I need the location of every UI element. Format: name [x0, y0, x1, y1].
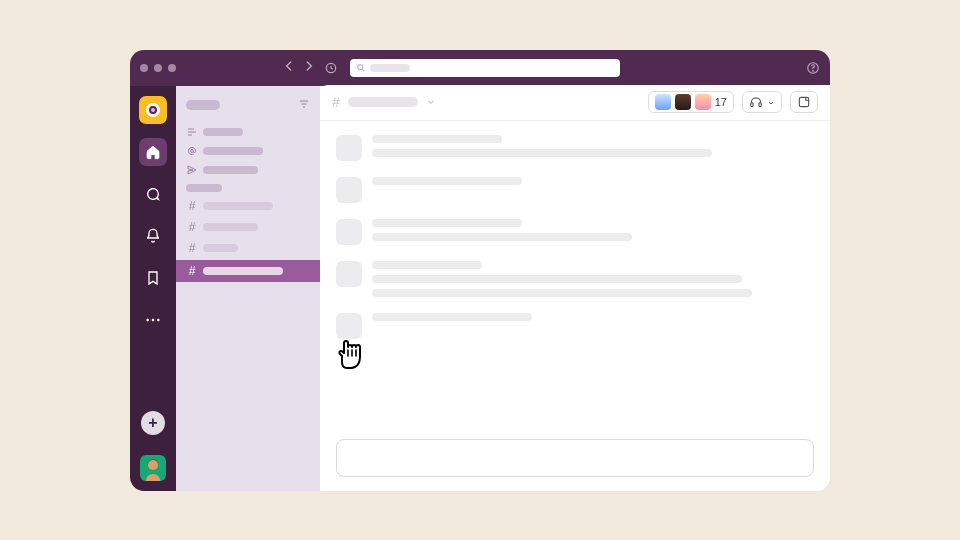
svg-point-1: [358, 64, 363, 69]
nav-mentions[interactable]: [176, 143, 320, 159]
message-text-line: [372, 313, 532, 321]
sidebar-channel-3[interactable]: #: [176, 260, 320, 282]
titlebar: [130, 50, 830, 86]
message: [336, 135, 814, 161]
history-icon[interactable]: [324, 61, 338, 75]
message-body: [372, 313, 814, 339]
bookmarks-tab[interactable]: [139, 264, 167, 292]
huddle-button[interactable]: [742, 91, 782, 113]
message-text-line: [372, 135, 502, 143]
nav-threads[interactable]: [176, 124, 320, 140]
message-text-line: [372, 275, 742, 283]
search-placeholder-ghost: [370, 64, 410, 72]
hash-icon: #: [186, 264, 198, 278]
sidebar-channel-2[interactable]: #: [176, 239, 320, 257]
message-list: [320, 121, 830, 439]
workspace-name[interactable]: [186, 100, 220, 110]
member-avatar: [655, 94, 671, 110]
hash-icon: #: [186, 199, 198, 213]
member-count: 17: [715, 96, 727, 108]
search-icon: [356, 63, 366, 73]
hash-icon: #: [332, 94, 340, 110]
message-composer[interactable]: [336, 439, 814, 477]
nav-rail: +: [130, 86, 176, 491]
message-avatar: [336, 177, 362, 203]
traffic-zoom[interactable]: [168, 64, 176, 72]
channel-sidebar: # # # #: [176, 86, 320, 491]
member-avatar: [675, 94, 691, 110]
nav-back-icon[interactable]: [282, 59, 296, 77]
svg-point-6: [157, 319, 159, 321]
message-text-line: [372, 219, 522, 227]
canvas-button[interactable]: [790, 91, 818, 113]
section-channels-label[interactable]: [186, 184, 222, 192]
svg-rect-12: [799, 97, 808, 106]
message-body: [372, 177, 814, 203]
member-avatar: [695, 94, 711, 110]
message-avatar: [336, 219, 362, 245]
message-text-line: [372, 177, 522, 185]
svg-rect-11: [759, 103, 761, 107]
app-window: +: [130, 50, 830, 491]
user-avatar[interactable]: [140, 455, 166, 481]
svg-point-4: [147, 319, 149, 321]
traffic-close[interactable]: [140, 64, 148, 72]
member-list-button[interactable]: 17: [648, 91, 734, 113]
compose-button[interactable]: +: [141, 411, 165, 435]
search-input[interactable]: [350, 59, 620, 77]
activity-tab[interactable]: [139, 222, 167, 250]
svg-point-8: [148, 460, 158, 470]
message-body: [372, 135, 814, 161]
message: [336, 219, 814, 245]
channel-title[interactable]: [348, 97, 418, 107]
message-avatar: [336, 313, 362, 339]
message-avatar: [336, 135, 362, 161]
message: [336, 261, 814, 297]
sidebar-channel-1[interactable]: #: [176, 218, 320, 236]
dms-tab[interactable]: [139, 180, 167, 208]
svg-point-3: [813, 70, 814, 71]
sidebar-channel-0[interactable]: #: [176, 197, 320, 215]
message-text-line: [372, 233, 632, 241]
nav-drafts[interactable]: [176, 162, 320, 178]
message-body: [372, 261, 814, 297]
workspace-switcher[interactable]: [139, 96, 167, 124]
hash-icon: #: [186, 220, 198, 234]
message-text-line: [372, 149, 712, 157]
chevron-down-icon: [767, 93, 775, 111]
message-text-line: [372, 289, 752, 297]
message: [336, 313, 814, 339]
home-tab[interactable]: [139, 138, 167, 166]
svg-rect-10: [751, 103, 753, 107]
hash-icon: #: [186, 241, 198, 255]
traffic-minimize[interactable]: [154, 64, 162, 72]
more-tab[interactable]: [139, 306, 167, 334]
nav-forward-icon[interactable]: [302, 59, 316, 77]
svg-point-5: [152, 319, 154, 321]
message: [336, 177, 814, 203]
help-icon[interactable]: [806, 61, 820, 75]
chevron-down-icon[interactable]: [426, 93, 436, 111]
message-body: [372, 219, 814, 245]
filter-icon[interactable]: [298, 96, 310, 114]
message-text-line: [372, 261, 482, 269]
main-panel: # 17: [320, 85, 830, 491]
channel-header: # 17: [320, 85, 830, 121]
message-avatar: [336, 261, 362, 287]
